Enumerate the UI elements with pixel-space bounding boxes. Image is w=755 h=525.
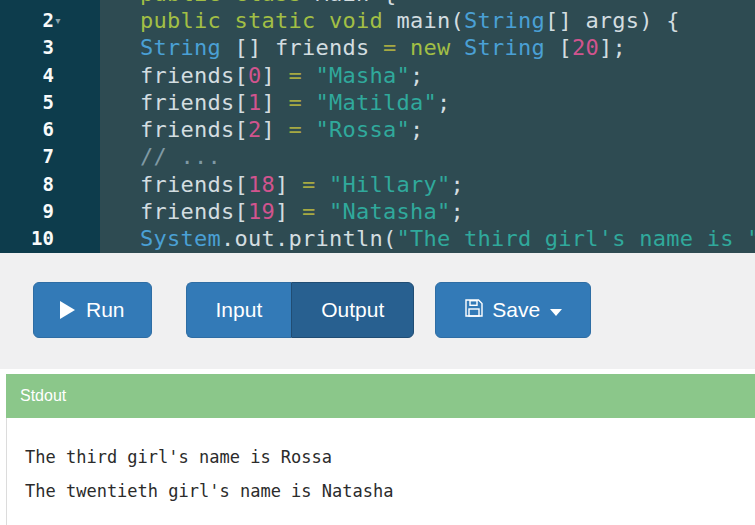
code-line[interactable]: 5friends[1] = "Matilda";: [0, 89, 755, 116]
stdout-line: The third girl's name is Rossa: [25, 440, 755, 474]
line-number: 5: [0, 89, 100, 116]
line-number: 9: [0, 198, 100, 225]
stdout-line: The twentieth girl's name is Natasha: [25, 474, 755, 508]
line-number: 10: [0, 225, 100, 252]
online-java-ide: 1public class Main {2▾public static void…: [0, 0, 755, 525]
input-output-toggle: Input Output: [186, 282, 415, 338]
save-button-label: Save: [492, 298, 540, 322]
output-tab-button[interactable]: Output: [291, 282, 414, 338]
run-button-label: Run: [86, 298, 125, 322]
input-tab-button[interactable]: Input: [186, 282, 292, 338]
code-line[interactable]: 9friends[19] = "Natasha";: [0, 198, 755, 225]
code-text: public static void main(String[] args) {: [100, 7, 755, 34]
code-line[interactable]: 3String [] friends = new String [20];: [0, 34, 755, 61]
code-lines: 1public class Main {2▾public static void…: [0, 0, 755, 253]
code-line[interactable]: 1public class Main {: [0, 0, 755, 7]
code-text: public class Main {: [100, 0, 755, 7]
code-text: friends[1] = "Matilda";: [100, 89, 755, 116]
line-number: 6: [0, 116, 100, 143]
toolbar: Run Input Output Save: [0, 253, 755, 369]
run-button[interactable]: Run: [33, 282, 152, 338]
save-floppy-icon: [464, 298, 484, 323]
caret-down-icon: [550, 309, 562, 316]
play-icon: [60, 301, 75, 319]
code-line[interactable]: 4friends[0] = "Masha";: [0, 62, 755, 89]
line-number: 7: [0, 143, 100, 170]
code-line[interactable]: 6friends[2] = "Rossa";: [0, 116, 755, 143]
code-text: friends[18] = "Hillary";: [100, 171, 755, 198]
code-text: System.out.println("The third girl's nam…: [100, 225, 755, 252]
stdout-output: The third girl's name is RossaThe twenti…: [6, 418, 755, 525]
code-text: String [] friends = new String [20];: [100, 34, 755, 61]
line-number: 2▾: [0, 7, 100, 34]
save-button[interactable]: Save: [435, 282, 591, 338]
code-line[interactable]: 2▾public static void main(String[] args)…: [0, 7, 755, 34]
code-line[interactable]: 10System.out.println("The third girl's n…: [0, 225, 755, 252]
line-number: 8: [0, 171, 100, 198]
stdout-header: Stdout: [6, 374, 755, 418]
code-text: friends[0] = "Masha";: [100, 62, 755, 89]
code-line[interactable]: 8friends[18] = "Hillary";: [0, 171, 755, 198]
code-editor[interactable]: 1public class Main {2▾public static void…: [0, 0, 755, 253]
line-number: 4: [0, 62, 100, 89]
line-number: 1: [0, 0, 100, 7]
code-text: // ...: [100, 143, 755, 170]
fold-arrow-icon[interactable]: ▾: [54, 7, 62, 34]
line-number: 3: [0, 34, 100, 61]
code-line[interactable]: 7// ...: [0, 143, 755, 170]
code-text: friends[2] = "Rossa";: [100, 116, 755, 143]
stdout-panel: Stdout The third girl's name is RossaThe…: [6, 374, 755, 525]
stdout-title: Stdout: [20, 387, 66, 405]
code-text: friends[19] = "Natasha";: [100, 198, 755, 225]
